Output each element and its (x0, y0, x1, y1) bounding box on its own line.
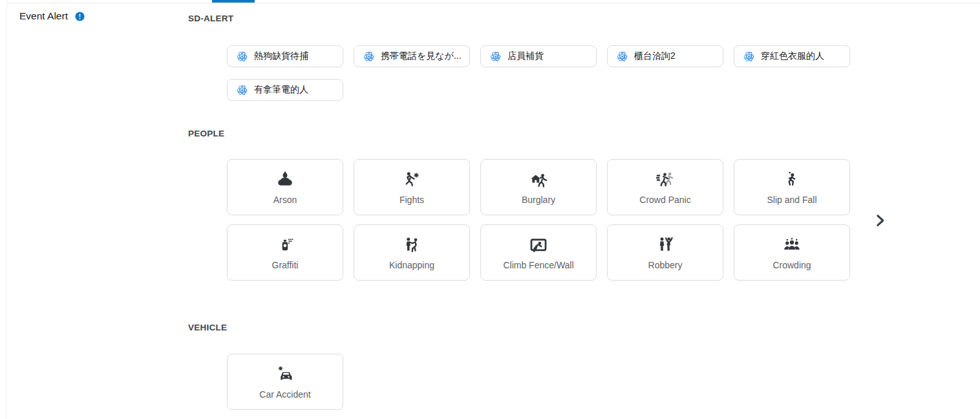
arson-icon (275, 170, 295, 189)
chip-label: 有拿筆電的人 (254, 84, 308, 96)
card-label: Graffiti (272, 260, 299, 270)
sd-alert-chip[interactable]: 店員補貨 (480, 45, 597, 67)
info-icon[interactable] (74, 11, 85, 22)
card-label: Burglary (522, 195, 555, 205)
sd-alert-chip[interactable]: 携帯電話を見なが... (354, 45, 470, 67)
event-type-card[interactable]: Crowd Panic (607, 159, 723, 215)
crowd-panic-icon (655, 170, 675, 189)
event-type-card[interactable]: Graffiti (227, 224, 343, 281)
event-type-card[interactable]: Arson (227, 159, 343, 215)
chip-label: 熱狗缺貨待捕 (254, 50, 308, 62)
car-accident-icon (275, 365, 295, 384)
card-label: Fights (399, 195, 424, 205)
chevron-right-icon (872, 213, 888, 228)
vehicle-card-grid: Car Accident (227, 354, 850, 410)
section-sd-alert: SD-ALERT 熱狗缺貨待捕 携帯電話を見なが... 店員補貨 櫃台洽詢2 穿… (188, 14, 850, 101)
chip-label: 携帯電話を見なが... (381, 50, 462, 62)
sd-alert-chip[interactable]: 穿紅色衣服的人 (734, 45, 850, 67)
burglary-icon (529, 170, 548, 189)
atom-icon (363, 50, 375, 63)
section-people: PEOPLE Arson Fights Burglary Crowd Panic… (188, 129, 850, 281)
sd-alert-chip-list: 熱狗缺貨待捕 携帯電話を見なが... 店員補貨 櫃台洽詢2 穿紅色衣服的人 有拿… (227, 45, 850, 101)
event-type-card[interactable]: Fights (354, 159, 470, 215)
event-alert-page: Event Alert SD-ALERT 熱狗缺貨待捕 携帯電話を見なが... … (0, 0, 980, 419)
event-type-card[interactable]: Kidnapping (354, 224, 470, 281)
card-label: Car Accident (259, 389, 310, 400)
kidnapping-icon (402, 235, 421, 255)
event-types-content: SD-ALERT 熱狗缺貨待捕 携帯電話を見なが... 店員補貨 櫃台洽詢2 穿… (188, 0, 854, 419)
left-panel: Event Alert (19, 10, 85, 22)
chip-label: 穿紅色衣服的人 (761, 50, 824, 62)
section-title-people: PEOPLE (188, 129, 850, 139)
card-label: Robbery (648, 260, 683, 270)
sd-alert-chip[interactable]: 有拿筆電的人 (227, 79, 343, 101)
graffiti-icon (275, 235, 295, 255)
event-type-card[interactable]: Crowding (734, 224, 850, 281)
next-page-button[interactable] (871, 211, 889, 230)
card-label: Slip and Fall (767, 195, 816, 205)
sd-alert-chip[interactable]: 櫃台洽詢2 (607, 45, 723, 67)
card-label: Arson (273, 195, 297, 205)
fights-icon (402, 170, 421, 189)
chip-label: 櫃台洽詢2 (634, 50, 676, 62)
atom-icon (616, 50, 628, 63)
event-type-card[interactable]: Robbery (607, 224, 723, 281)
crowding-icon (782, 235, 802, 255)
climb-fence-icon (529, 235, 548, 255)
atom-icon (489, 50, 502, 63)
atom-icon (743, 50, 755, 63)
atom-icon (236, 50, 248, 63)
event-type-card[interactable]: Slip and Fall (734, 159, 850, 215)
card-label: Climb Fence/Wall (503, 260, 573, 270)
section-title-sd-alert: SD-ALERT (188, 14, 850, 24)
section-title-vehicle: VEHICLE (188, 323, 850, 333)
people-card-grid: Arson Fights Burglary Crowd Panic Slip a… (227, 159, 850, 281)
event-type-card[interactable]: Burglary (480, 159, 597, 215)
card-label: Crowding (772, 260, 811, 270)
event-type-card[interactable]: Car Accident (227, 354, 343, 410)
atom-icon (236, 84, 248, 96)
chip-label: 店員補貨 (507, 50, 544, 62)
card-label: Kidnapping (389, 260, 434, 270)
event-type-card[interactable]: Climb Fence/Wall (480, 224, 597, 281)
robbery-icon (655, 235, 675, 255)
section-vehicle: VEHICLE Car Accident (188, 323, 850, 410)
page-title: Event Alert (19, 10, 68, 22)
card-label: Crowd Panic (639, 195, 690, 205)
slip-and-fall-icon (782, 170, 802, 189)
sd-alert-chip[interactable]: 熱狗缺貨待捕 (227, 45, 343, 67)
